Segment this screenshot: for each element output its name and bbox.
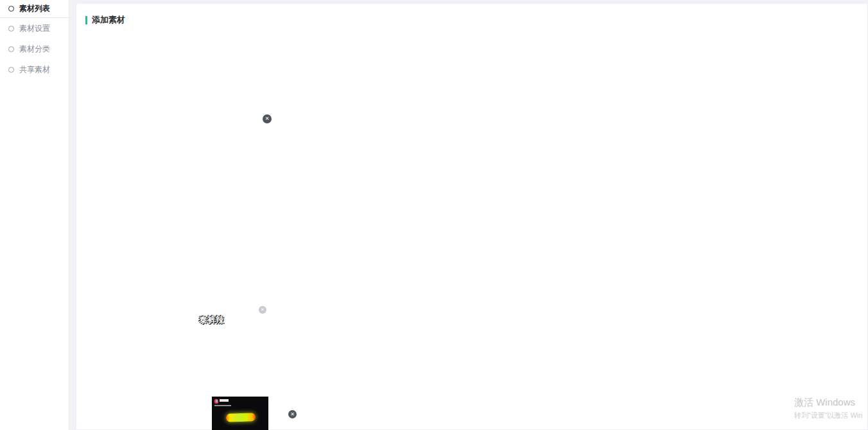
page-title: 添加素材 [92,14,125,26]
douyin-logo-icon [214,399,218,404]
video-title-text [220,399,229,402]
caption: 泰裤辣 [199,314,224,326]
sidebar-item-label: 素材分类 [19,44,50,55]
radio-icon [8,6,14,12]
video-frame-highlight [226,413,256,422]
sidebar-item-material-settings[interactable]: 素材设置 [0,18,69,39]
radio-icon [8,46,14,52]
windows-activation-watermark: 激活 Windows 转到“设置”以激活 Win [794,397,862,420]
page: 素材列表 素材设置 素材分类 共享素材 添加素材 *标题 *素材分类 素材库奖励… [0,0,868,430]
video-subtitle-text [214,405,231,406]
sidebar-item-label: 共享素材 [19,64,50,75]
image-remove-button close-icon[interactable]: ✕ [259,306,266,314]
watermark-line2: 转到“设置”以激活 Win [794,411,862,420]
page-header: 添加素材 [85,14,125,26]
sidebar-item-material-list[interactable]: 素材列表 [0,0,69,18]
sidebar-item-shared-material[interactable]: 共享素材 [0,59,69,80]
sidebar-item-label: 素材设置 [19,23,50,34]
sidebar: 素材列表 素材设置 素材分类 共享素材 [0,0,69,430]
sidebar-item-label: 素材列表 [19,3,50,14]
radio-icon [8,67,14,73]
product-remove-button close-icon[interactable]: ✕ [263,114,272,123]
sidebar-item-material-category[interactable]: 素材分类 [0,39,69,59]
video-thumbnail[interactable] [212,397,268,430]
video-remove-button close-icon[interactable]: ✕ [288,410,297,418]
accent-bar [85,16,87,24]
main-panel: 添加素材 [76,3,868,430]
radio-icon [8,26,14,31]
watermark-line1: 激活 Windows [794,397,862,409]
